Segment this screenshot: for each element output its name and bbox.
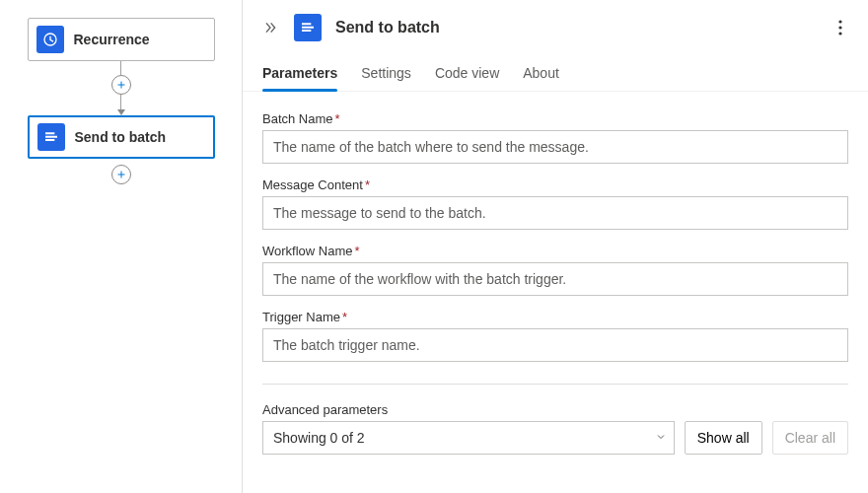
tab-parameters[interactable]: Parameters (262, 59, 337, 91)
input-workflow-name[interactable] (262, 262, 848, 296)
panel-tabs: Parameters Settings Code view About (243, 55, 868, 92)
section-divider (262, 384, 848, 385)
details-panel: Send to batch Parameters Settings Code v… (242, 0, 868, 493)
input-batch-name[interactable] (262, 130, 848, 164)
parameters-form: Batch Name* Message Content* Workflow Na… (243, 92, 868, 489)
collapse-button[interactable] (258, 16, 282, 39)
more-options-button[interactable] (829, 16, 852, 39)
tab-settings[interactable]: Settings (361, 59, 411, 91)
designer-canvas: Recurrence Send to batch (0, 0, 242, 493)
field-trigger-name: Trigger Name* (262, 310, 848, 362)
panel-title-icon (294, 14, 322, 41)
node-send-to-batch[interactable]: Send to batch (28, 115, 215, 159)
svg-point-0 (838, 20, 841, 23)
advanced-parameters-select-wrap: Showing 0 of 2 (262, 421, 675, 455)
tab-about[interactable]: About (523, 59, 559, 91)
tab-code-view[interactable]: Code view (435, 59, 499, 91)
label-message-content: Message Content* (262, 177, 848, 192)
label-trigger-name: Trigger Name* (262, 310, 848, 324)
batch-icon (37, 123, 65, 151)
advanced-parameters-label: Advanced parameters (262, 402, 848, 417)
connector-1 (111, 61, 131, 115)
show-all-button[interactable]: Show all (685, 421, 762, 455)
node-recurrence[interactable]: Recurrence (28, 18, 215, 61)
label-batch-name: Batch Name* (262, 111, 848, 126)
add-step-button-2[interactable] (111, 165, 131, 184)
panel-header: Send to batch (243, 0, 868, 55)
add-step-button-1[interactable] (111, 75, 131, 95)
clear-all-button: Clear all (772, 421, 848, 455)
label-workflow-name: Workflow Name* (262, 244, 848, 258)
svg-point-2 (838, 32, 841, 35)
svg-point-1 (838, 26, 841, 29)
advanced-parameters-select[interactable]: Showing 0 of 2 (262, 421, 675, 455)
field-workflow-name: Workflow Name* (262, 244, 848, 296)
input-trigger-name[interactable] (262, 328, 848, 362)
field-batch-name: Batch Name* (262, 111, 848, 164)
panel-title: Send to batch (335, 19, 829, 36)
advanced-parameters-row: Showing 0 of 2 Show all Clear all (262, 421, 848, 455)
field-message-content: Message Content* (262, 177, 848, 230)
input-message-content[interactable] (262, 196, 848, 230)
recurrence-icon (36, 26, 64, 53)
node-recurrence-label: Recurrence (74, 32, 150, 47)
node-batch-label: Send to batch (75, 129, 167, 145)
app-root: Recurrence Send to batch (0, 0, 868, 493)
